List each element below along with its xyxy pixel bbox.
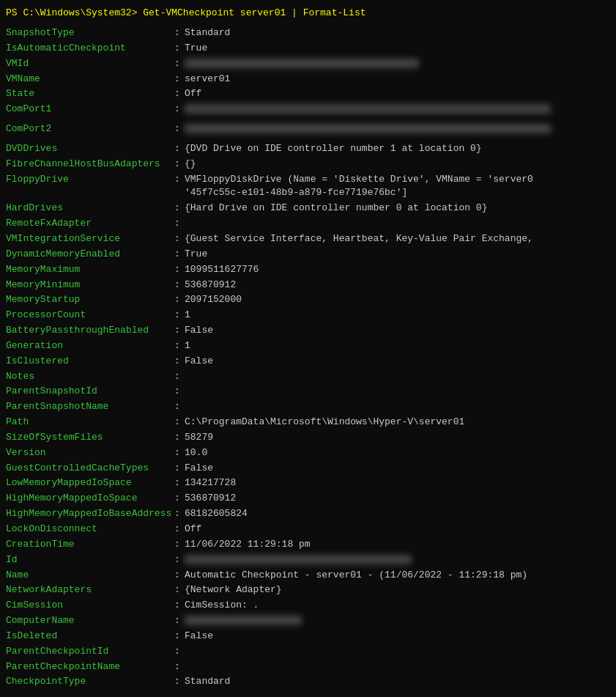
property-value: 536870912 [185, 491, 610, 506]
property-key: Path [6, 415, 174, 430]
property-key: DynamicMemoryEnabled [6, 247, 174, 262]
separator: : [174, 613, 185, 629]
table-row: LockOnDisconnect:Off [6, 522, 610, 537]
table-row: VMName:server01 [6, 72, 610, 87]
property-value: ████████████████████████████████ [185, 102, 610, 117]
separator: : [174, 660, 185, 675]
table-row: DynamicMemoryEnabled:True [6, 247, 610, 262]
table-row: HighMemoryMappedIoBaseAddress:6818260582… [6, 506, 610, 522]
property-key: VMIntegrationService [6, 232, 174, 247]
separator: : [174, 122, 185, 137]
separator: : [174, 399, 185, 415]
property-key: MemoryMaximum [6, 262, 174, 278]
separator: : [174, 262, 185, 278]
separator: : [174, 430, 185, 446]
table-row: FloppyDrive:VMFloppyDiskDrive (Name = 'D… [6, 172, 610, 202]
property-key: SnapshotType [6, 26, 174, 41]
property-value: ████████████████████████████████ [185, 122, 610, 137]
property-value [185, 384, 610, 399]
table-row: Notes: [6, 369, 610, 385]
table-row: FibreChannelHostBusAdapters:{} [6, 157, 610, 172]
property-value: ████████████████████████████████ [185, 613, 610, 629]
property-value: {Guest Service Interface, Heartbeat, Key… [185, 232, 610, 247]
property-value: {Hard Drive on IDE controller number 0 a… [185, 201, 610, 216]
property-key: IsAutomaticCheckpoint [6, 41, 174, 56]
property-key: CimSession [6, 598, 174, 613]
table-row: Version:10.0 [6, 446, 610, 461]
separator: : [174, 446, 185, 461]
separator: : [174, 553, 185, 568]
table-row: IsDeleted:False [6, 629, 610, 644]
property-key: FibreChannelHostBusAdapters [6, 157, 174, 172]
separator: : [174, 644, 185, 660]
property-key: ComPort1 [6, 102, 174, 117]
property-value: Standard [185, 674, 610, 690]
property-key: ParentCheckpointName [6, 660, 174, 675]
table-row: MemoryMinimum:536870912 [6, 278, 610, 293]
table-row: SizeOfSystemFiles:58279 [6, 430, 610, 446]
property-value: {} [185, 157, 610, 172]
property-value: 58279 [185, 430, 610, 446]
separator: : [174, 278, 185, 293]
property-value: Off [185, 86, 610, 102]
prompt-line: PS C:\Windows\System32> Get-VMCheckpoint… [6, 7, 610, 18]
table-row: ComPort1:███████████████████████████████… [6, 102, 610, 117]
property-key: VMName [6, 72, 174, 87]
property-value: server01 [185, 72, 610, 87]
table-row: ComputerName:███████████████████████████… [6, 613, 610, 629]
property-key: GuestControlledCacheTypes [6, 461, 174, 476]
separator: : [174, 461, 185, 476]
separator: : [174, 102, 185, 117]
separator: : [174, 354, 185, 369]
property-value [185, 660, 610, 675]
property-key: BatteryPassthroughEnabled [6, 323, 174, 339]
property-key: IsClustered [6, 354, 174, 369]
property-value [185, 216, 610, 232]
property-key: HighMemoryMappedIoSpace [6, 491, 174, 506]
separator: : [174, 141, 185, 157]
property-key: LowMemoryMappedIoSpace [6, 476, 174, 491]
property-value: 1 [185, 308, 610, 323]
table-row: IsClustered:False [6, 354, 610, 369]
property-value: 134217728 [185, 476, 610, 491]
table-row: SnapshotType:Standard [6, 26, 610, 41]
separator: : [174, 56, 185, 72]
property-value: 536870912 [185, 278, 610, 293]
table-row: CreationTime:11/06/2022 11:29:18 pm [6, 537, 610, 553]
table-row: Generation:1 [6, 339, 610, 354]
property-value: ████████████████████████████████ [185, 56, 610, 72]
separator: : [174, 292, 185, 308]
property-key: IsDeleted [6, 629, 174, 644]
table-row: HardDrives:{Hard Drive on IDE controller… [6, 201, 610, 216]
separator: : [174, 568, 185, 583]
separator: : [174, 323, 185, 339]
property-key: MemoryStartup [6, 292, 174, 308]
separator: : [174, 583, 185, 598]
separator: : [174, 41, 185, 56]
property-value: 10.0 [185, 446, 610, 461]
separator: : [174, 216, 185, 232]
property-key: HardDrives [6, 201, 174, 216]
table-row: VMIntegrationService:{Guest Service Inte… [6, 232, 610, 247]
property-value: Automatic Checkpoint - server01 - (11/06… [185, 568, 610, 583]
property-key: Generation [6, 339, 174, 354]
property-value: 1099511627776 [185, 262, 610, 278]
property-value: False [185, 461, 610, 476]
property-key: Version [6, 446, 174, 461]
table-row: HighMemoryMappedIoSpace:536870912 [6, 491, 610, 506]
property-value [185, 369, 610, 385]
property-key: ProcessorCount [6, 308, 174, 323]
property-value [185, 644, 610, 660]
separator: : [174, 415, 185, 430]
separator: : [174, 522, 185, 537]
table-row: Id:████████████████████████████████ [6, 553, 610, 568]
property-key: RemoteFxAdapter [6, 216, 174, 232]
separator: : [174, 369, 185, 385]
table-row: ComPort2:███████████████████████████████… [6, 122, 610, 137]
property-value: VMFloppyDiskDrive (Name = 'Diskette Driv… [185, 172, 610, 202]
table-row: NetworkAdapters:{Network Adapter} [6, 583, 610, 598]
separator: : [174, 629, 185, 644]
property-key: MemoryMinimum [6, 278, 174, 293]
table-row: Name:Automatic Checkpoint - server01 - (… [6, 568, 610, 583]
property-key: ComPort2 [6, 122, 174, 137]
